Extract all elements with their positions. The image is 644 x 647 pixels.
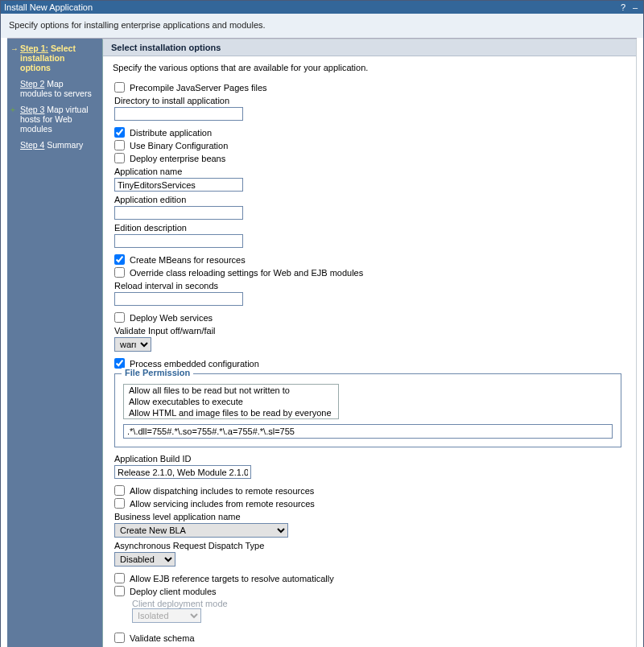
client-mode-select: Isolated	[132, 608, 201, 623]
wizard-step-2[interactable]: Step 2 Map modules to servers	[12, 79, 97, 98]
create-mbeans-checkbox[interactable]	[114, 254, 125, 265]
ardt-label: Asynchronous Request Dispatch Type	[114, 541, 625, 550]
file-permission-input[interactable]	[123, 424, 613, 439]
allow-dispatch-checkbox[interactable]	[114, 485, 125, 496]
panel-subtext: Specify the various options that are ava…	[103, 56, 636, 76]
window-title: Install New Application	[4, 2, 93, 12]
bla-label: Business level application name	[114, 512, 625, 521]
validate-input-select[interactable]: warn	[114, 337, 151, 352]
minimize-icon[interactable]: –	[630, 2, 640, 12]
deploy-client-checkbox[interactable]	[114, 586, 125, 596]
allow-ejb-ref-label: Allow EJB reference targets to resolve a…	[130, 574, 334, 583]
install-dir-label: Directory to install application	[114, 96, 625, 105]
perm-option-3[interactable]: Allow HTML and image files to be read by…	[124, 407, 338, 418]
intro-text: Specify options for installing enterpris…	[1, 14, 643, 38]
app-name-label: Application name	[114, 167, 625, 176]
install-dir-input[interactable]	[114, 107, 243, 121]
arrow-right-icon: →	[10, 44, 19, 53]
deploy-ws-checkbox[interactable]	[114, 312, 125, 323]
use-binary-checkbox[interactable]	[114, 140, 125, 150]
build-id-input	[114, 465, 251, 479]
bla-select[interactable]: Create New BLA	[114, 523, 288, 538]
allow-servicing-label: Allow servicing includes from remote res…	[130, 499, 315, 509]
wizard-step-1: → Step 1: Select installation options	[12, 43, 97, 72]
client-mode-label: Client deployment mode	[132, 599, 625, 608]
app-edition-input[interactable]	[114, 206, 243, 220]
use-binary-label: Use Binary Configuration	[130, 141, 228, 150]
wizard-step-2-link[interactable]: Step 2	[20, 79, 44, 89]
edition-desc-input[interactable]	[114, 234, 243, 248]
file-permission-fieldset: File Permission Allow all files to be re…	[114, 373, 621, 447]
edition-desc-label: Edition description	[114, 223, 625, 233]
override-reloading-checkbox[interactable]	[114, 267, 125, 278]
deploy-ejb-checkbox[interactable]	[114, 153, 125, 163]
file-permission-legend: File Permission	[122, 368, 193, 377]
perm-option-2[interactable]: Allow executables to execute	[124, 396, 338, 407]
app-name-input[interactable]	[114, 178, 243, 192]
precompile-checkbox[interactable]	[114, 82, 125, 93]
app-edition-label: Application edition	[114, 195, 625, 204]
file-permission-listbox[interactable]: Allow all files to be read but not writt…	[123, 384, 339, 419]
window-titlebar: Install New Application ? –	[1, 1, 643, 14]
plus-icon: +	[10, 105, 15, 114]
process-embedded-label: Process embedded configuration	[130, 359, 259, 369]
allow-ejb-ref-checkbox[interactable]	[114, 573, 125, 583]
allow-servicing-checkbox[interactable]	[114, 498, 125, 509]
deploy-client-label: Deploy client modules	[130, 587, 217, 596]
wizard-step-3-link[interactable]: Step 3	[20, 105, 44, 114]
wizard-step-4-link[interactable]: Step 4	[20, 140, 44, 150]
precompile-label: Precompile JavaServer Pages files	[130, 83, 267, 93]
create-mbeans-label: Create MBeans for resources	[130, 255, 246, 265]
wizard-step-4[interactable]: Step 4 Summary	[12, 140, 97, 150]
allow-dispatch-label: Allow dispatching includes to remote res…	[130, 486, 314, 496]
distribute-label: Distribute application	[130, 128, 212, 138]
wizard-nav: → Step 1: Select installation options St…	[7, 39, 102, 647]
validate-input-label: Validate Input off/warn/fail	[114, 326, 625, 336]
help-icon[interactable]: ?	[618, 2, 628, 12]
reload-interval-label: Reload interval in seconds	[114, 281, 625, 291]
validate-schema-label: Validate schema	[130, 633, 195, 643]
reload-interval-input[interactable]	[114, 292, 243, 306]
distribute-checkbox[interactable]	[114, 127, 125, 138]
panel-heading: Select installation options	[103, 39, 636, 56]
validate-schema-checkbox[interactable]	[114, 633, 125, 643]
deploy-ejb-label: Deploy enterprise beans	[130, 154, 225, 163]
perm-option-1[interactable]: Allow all files to be read but not writt…	[124, 385, 338, 396]
main-panel: Select installation options Specify the …	[102, 39, 637, 647]
wizard-step-3[interactable]: + Step 3 Map virtual hosts for Web modul…	[12, 105, 97, 134]
build-id-label: Application Build ID	[114, 454, 625, 464]
deploy-ws-label: Deploy Web services	[130, 313, 213, 323]
override-reloading-label: Override class reloading settings for We…	[130, 268, 363, 278]
ardt-select[interactable]: Disabled	[114, 552, 175, 567]
